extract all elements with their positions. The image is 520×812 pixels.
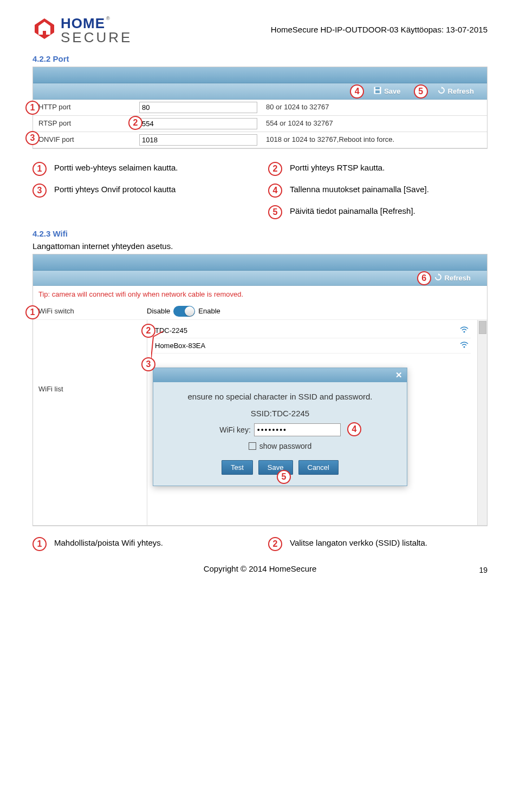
wifi-key-label: WiFi key:: [219, 425, 251, 434]
footer-copyright: Copyright © 2014 HomeSecure: [32, 564, 487, 573]
port-label: HTTP port: [33, 100, 136, 115]
wifi-list-label: WiFi list: [33, 320, 147, 525]
legend-item: 4 Tallenna muutokset painamalla [Save].: [268, 184, 487, 198]
rtsp-port-input[interactable]: [139, 118, 257, 129]
modal-note: ensure no special character in SSID and …: [164, 392, 396, 401]
refresh-button[interactable]: Refresh: [434, 273, 471, 283]
legend-num: 5: [268, 205, 282, 219]
network-item[interactable]: TDC-2245: [153, 323, 471, 338]
marker-3: 3: [141, 357, 155, 371]
panel-refreshbar: 6 Refresh: [33, 271, 487, 286]
legend-item: 2 Portti yhteys RTSP kautta.: [268, 162, 487, 176]
document-title: HomeSecure HD-IP-OUTDOOR-03 Käyttöopas: …: [271, 16, 487, 34]
toggle-track[interactable]: [173, 306, 195, 317]
legend-num: 1: [32, 537, 47, 551]
marker-1: 1: [25, 305, 40, 319]
http-port-input[interactable]: [139, 102, 257, 113]
page-number: 19: [479, 566, 487, 574]
svg-rect-5: [375, 87, 380, 89]
ssid-value: TDC-2245: [272, 409, 309, 418]
wifi-tip: Tip: camera will connect wifi only when …: [33, 286, 487, 303]
wifi-list: WiFi list TDC-2245 HomeBox-83EA: [33, 320, 487, 526]
wifi-legend: 1 Mahdollista/poista Wifi yhteys. 2 Vali…: [32, 537, 487, 551]
legend-num: 3: [32, 184, 47, 198]
refresh-label: Refresh: [445, 274, 471, 282]
port-row-rtsp: RTSP port 554 or 1024 to 32767: [33, 116, 487, 132]
wifi-key-input[interactable]: [254, 423, 341, 436]
registered-icon: ®: [106, 16, 110, 21]
marker-2: 2: [141, 324, 155, 338]
legend-text: Päivitä tiedot painamalla [Refresh].: [290, 205, 415, 215]
panel-savebar: 4 Save 5 Refresh: [33, 83, 487, 100]
network-item[interactable]: HomeBox-83EA: [153, 338, 471, 353]
disable-label: Disable: [147, 307, 170, 315]
legend-text: Portti yhteys RTSP kautta.: [290, 162, 385, 172]
network-name: TDC-2245: [155, 326, 187, 335]
legend-item: 1 Mahdollista/poista Wifi yhteys.: [32, 537, 252, 551]
section-port-title: 4.2.2 Port: [32, 54, 487, 63]
legend-num: 2: [268, 162, 282, 176]
marker-4: 4: [350, 84, 364, 99]
checkbox-icon[interactable]: [249, 442, 256, 450]
svg-point-9: [464, 331, 465, 333]
svg-rect-3: [43, 31, 46, 35]
logo: HOME® SECURE: [32, 16, 132, 44]
port-row-onvif: ONVIF port 1018 or 1024 to 32767,Reboot …: [33, 132, 487, 148]
wifi-toggle[interactable]: Disable Enable: [147, 306, 220, 317]
port-hint: 554 or 1024 to 32767: [261, 116, 487, 132]
legend-item: 3 Portti yhteys Onvif protocol kautta: [32, 184, 252, 198]
svg-rect-6: [375, 90, 380, 93]
test-button[interactable]: Test: [222, 460, 253, 475]
save-label: Save: [384, 87, 400, 95]
modal-header: ✕: [153, 368, 407, 382]
close-icon[interactable]: ✕: [395, 370, 402, 380]
legend-text: Tallenna muutokset painamalla [Save].: [290, 184, 429, 194]
port-label: RTSP port: [33, 116, 136, 132]
refresh-label: Refresh: [448, 87, 474, 95]
section-wifi-subtitle: Langattoman internet yhteyden asetus.: [32, 241, 487, 251]
port-hint: 80 or 1024 to 32767: [261, 100, 487, 115]
wifi-switch-row: WiFi switch Disable Enable: [33, 303, 487, 320]
refresh-icon: [438, 87, 445, 96]
wifi-signal-icon: [460, 342, 469, 350]
refresh-button[interactable]: Refresh: [438, 87, 474, 96]
cancel-button[interactable]: Cancel: [298, 460, 339, 475]
port-row-http: HTTP port 80 or 1024 to 32767: [33, 100, 487, 116]
svg-point-10: [464, 346, 465, 348]
legend-item: 1 Portti web-yhteys selaimen kautta.: [32, 162, 252, 176]
page-header: HOME® SECURE HomeSecure HD-IP-OUTDOOR-03…: [32, 16, 487, 44]
show-password-label: show password: [259, 442, 312, 450]
modal-ssid: SSID:TDC-2245: [164, 409, 396, 418]
logo-secure-text: SECURE: [61, 30, 132, 44]
wifi-networks: TDC-2245 HomeBox-83EA ✕: [147, 320, 487, 525]
legend-item: 2 Valitse langaton verkko (SSID) listalt…: [268, 537, 487, 551]
save-button[interactable]: Save: [374, 87, 400, 96]
marker-1: 1: [25, 101, 40, 115]
legend-text: Portti yhteys Onvif protocol kautta: [54, 184, 176, 194]
marker-2: 2: [128, 116, 142, 130]
port-screenshot: 4 Save 5 Refresh HTTP port 80 or 1024 to…: [32, 67, 487, 149]
legend-num: 4: [268, 184, 282, 198]
toggle-knob: [185, 306, 194, 316]
onvif-port-input[interactable]: [139, 134, 257, 146]
wifi-connect-modal: ✕ ensure no special character in SSID an…: [153, 368, 407, 486]
section-wifi-title: 4.2.3 Wifi: [32, 229, 487, 238]
home-shield-icon: [32, 16, 56, 40]
scroll-thumb[interactable]: [479, 321, 486, 334]
ssid-label: SSID:: [251, 409, 272, 418]
legend-num: 1: [32, 162, 47, 176]
port-hint: 1018 or 1024 to 32767,Reboot into force.: [261, 132, 487, 148]
wifi-screenshot: 6 Refresh Tip: camera will connect wifi …: [32, 254, 487, 526]
enable-label: Enable: [198, 307, 220, 315]
panel-topbar: [33, 254, 487, 271]
marker-5: 5: [277, 470, 291, 484]
network-name: HomeBox-83EA: [155, 342, 205, 350]
scrollbar[interactable]: [477, 320, 487, 525]
legend-item: 5 Päivitä tiedot painamalla [Refresh].: [268, 205, 487, 219]
marker-4: 4: [347, 422, 361, 436]
legend-num: 2: [268, 537, 282, 551]
marker-5: 5: [414, 84, 428, 99]
port-legend: 1 Portti web-yhteys selaimen kautta. 3 P…: [32, 162, 487, 219]
port-label: ONVIF port: [33, 132, 136, 148]
show-password-row[interactable]: show password: [164, 442, 396, 450]
